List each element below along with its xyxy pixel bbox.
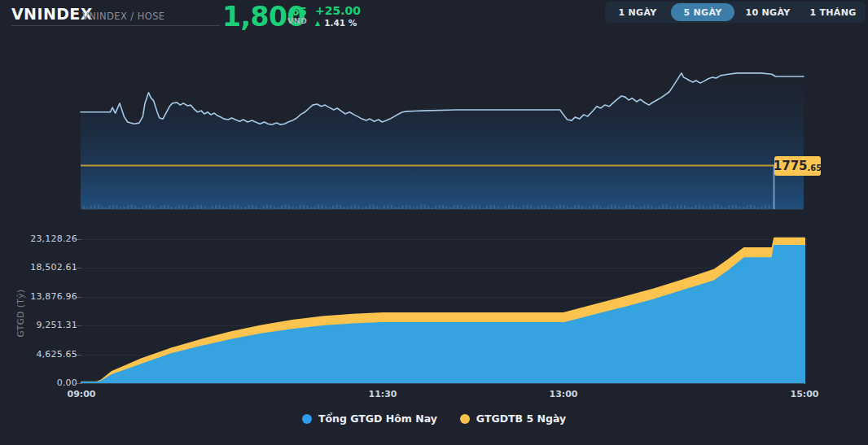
legend-item-tong-gtgd-hom-nay[interactable]: Tổng GTGD Hôm Nay [302, 412, 437, 425]
y-tick-label: 23,128.26 [0, 233, 77, 244]
symbol-breadcrumb: VNINDEX / HOSE [82, 11, 165, 22]
vnindex-chart-page: { "header": { "title": "VNINDEX", "subti… [0, 0, 868, 445]
legend-label: Tổng GTGD Hôm Nay [318, 412, 437, 425]
legend-label: GTGDTB 5 Ngày [476, 412, 566, 425]
y-tick-label: 13,876.96 [0, 291, 77, 302]
tab-5-ngay[interactable]: 5 NGÀY [671, 3, 734, 21]
price-change: +25.00 [315, 5, 361, 17]
y-tick-label: 4,625.65 [0, 349, 77, 360]
price-currency: VND [287, 17, 307, 25]
tab-1-ngay[interactable]: 1 NGÀY [606, 3, 669, 21]
tab-1-thang[interactable]: 1 THÁNG [801, 3, 865, 21]
legend-item-gtgdtb-5-ngay[interactable]: GTGDTB 5 Ngày [460, 412, 566, 425]
x-tick-label: 11:30 [360, 389, 406, 399]
price-chart[interactable] [81, 73, 804, 210]
reference-price-int: 1775 [774, 159, 808, 173]
y-axis-title: GTGD (Tỷ) [15, 273, 27, 354]
y-tick-label: 0.00 [0, 377, 77, 388]
price-area-fill [81, 73, 804, 209]
header-divider [11, 25, 220, 26]
page-title: VNINDEX [11, 5, 93, 23]
up-arrow-icon: ▲ [315, 20, 320, 27]
charts-canvas[interactable] [0, 0, 868, 445]
x-tick-label: 15:00 [782, 389, 827, 399]
y-tick-label: 9,251.31 [0, 320, 77, 330]
legend-dot-icon [460, 414, 470, 424]
price-decimal-block: .65 VND [287, 6, 307, 25]
price-decimals: .65 [287, 6, 307, 17]
x-tick-label: 13:00 [541, 389, 586, 399]
reference-price-label: 1775 .65 [774, 156, 821, 176]
reference-price-dec: .65 [808, 164, 822, 172]
x-tick-label: 09:00 [59, 389, 104, 399]
legend-dot-icon [302, 414, 312, 424]
y-tick-label: 18,502.61 [0, 262, 77, 273]
period-tab-group: 1 NGÀY5 NGÀY10 NGÀY1 THÁNG [605, 2, 866, 23]
turnover-chart[interactable] [75, 238, 804, 384]
price-change-block: +25.00 ▲ 1.41 % [315, 5, 361, 28]
chart-legend: Tổng GTGD Hôm NayGTGDTB 5 Ngày [0, 412, 868, 425]
tab-10-ngay[interactable]: 10 NGÀY [736, 3, 800, 21]
price-change-percent: 1.41 % [324, 19, 357, 28]
